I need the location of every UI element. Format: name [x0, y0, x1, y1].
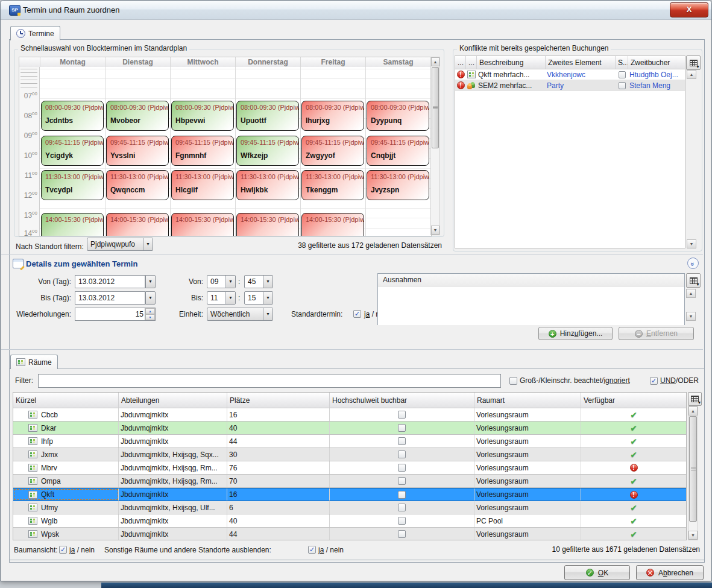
wiederholungen-spinner[interactable]: 15 ▲ ▼ [75, 308, 156, 321]
calendar-block[interactable]: 09:45-11:15 (PjdpiwWfkzejp [236, 136, 299, 166]
column-chooser-button[interactable] [688, 392, 702, 406]
conflict-checkbox[interactable] [619, 71, 626, 78]
column-header[interactable]: Plätze [227, 393, 330, 408]
hochschulweit-checkbox[interactable] [398, 491, 406, 499]
conflict-second-booker[interactable]: Htudgfhb Oej... [628, 71, 685, 79]
hochschulweit-checkbox[interactable] [398, 504, 406, 511]
conflict-checkbox[interactable] [619, 82, 626, 89]
abbrechen-button[interactable]: ✕ Abbrechen [636, 565, 704, 580]
calendar-block[interactable]: 14:00-15:30 (Pjdpiw [41, 213, 104, 236]
calendar-block[interactable]: 09:45-11:15 (PjdpiwCnqbjjt [367, 136, 429, 166]
room-row[interactable]: Dkar Jbduvmqjmkltx 40 Vorlesungsraum [13, 422, 686, 435]
scroll-down-button[interactable]: ▼ [688, 531, 698, 540]
entfernen-button[interactable]: − Entfernen [619, 327, 694, 340]
einheit-combo[interactable]: Wöchentlich▼ [207, 308, 273, 321]
column-chooser-button[interactable] [686, 55, 701, 70]
baumansicht-janein[interactable]: ja / nein [69, 543, 95, 557]
column-header[interactable]: S... [616, 56, 628, 69]
room-row[interactable]: Mbrv Jbduvmqjmkltx, Hxijsqg, Rm... 76 Vo… [13, 461, 686, 475]
column-header[interactable]: ... [466, 56, 477, 69]
room-row[interactable]: Wglb Jbduvmqjmkltx 40 PC Pool [13, 514, 686, 528]
hochschulweit-checkbox[interactable] [398, 424, 406, 432]
calendar-block[interactable]: 08:00-09:30 (PjdpiwIhurjxg [301, 101, 364, 131]
hinzufuegen-button[interactable]: + Hinzufügen... [538, 327, 613, 340]
scroll-down-button[interactable]: ▼ [686, 312, 696, 321]
bis-tag-field[interactable]: 13.03.2012 [75, 291, 145, 305]
calendar-block[interactable]: 11:30-13:00 (PjdpiwJvyzspn [367, 170, 429, 200]
hochschulweit-checkbox[interactable] [398, 477, 406, 485]
room-row-selected[interactable]: Qkft Jbduvmqjmkltx 16 Vorlesungsraum [13, 488, 686, 501]
scroll-down-button[interactable]: ▼ [431, 226, 439, 235]
calendar-block[interactable]: 11:30-13:00 (PjdpiwQwqnccm [106, 170, 169, 200]
room-filter-input[interactable] [38, 374, 501, 388]
conflict-row[interactable]: SEM2 mehrfac... Party Stefan Meng [455, 80, 685, 91]
ausnahmen-header[interactable]: Ausnahmen [378, 274, 684, 286]
conflict-second-booker[interactable]: Stefan Meng [628, 81, 685, 90]
calendar-block[interactable]: 11:30-13:00 (PjdpiwHwljkbk [236, 170, 299, 200]
collapse-section-button[interactable]: » [687, 258, 699, 269]
calendar-block[interactable]: 11:30-13:00 (PjdpiwTvcydpl [41, 170, 104, 200]
conflicts-scrollbar[interactable]: ▲ ▼ [687, 70, 696, 248]
calendar-block[interactable]: 08:00-09:30 (PjdpiwMvobeor [106, 101, 169, 131]
close-button[interactable]: X [670, 2, 708, 17]
room-row[interactable]: Ompa Jbduvmqjmkltx, Hxijsqg, Rm... 70 Vo… [13, 475, 686, 488]
calendar-block[interactable]: 14:00-15:30 (Pjdpiw [301, 213, 364, 236]
calendar-block[interactable]: 14:00-15:30 (Pjdpiw [106, 213, 169, 236]
sonstige-checkbox[interactable]: ✓ [308, 546, 316, 554]
conflict-second-element[interactable]: Party [546, 81, 616, 90]
standardtermin-checkbox[interactable]: ✓ [353, 310, 361, 318]
calendar-block[interactable]: 11:30-13:00 (PjdpiwTkenggm [301, 170, 364, 200]
column-header[interactable]: Beschreibung [477, 56, 546, 69]
scroll-down-button[interactable]: ▼ [687, 239, 696, 248]
bis-hour-combo[interactable]: 11▼ [207, 291, 236, 305]
column-header[interactable]: Zweitbucher [628, 56, 685, 69]
calendar-block[interactable]: 11:30-13:00 (PjdpiwHlcgiif [171, 170, 234, 200]
von-tag-field[interactable]: 13.03.2012 [75, 275, 145, 288]
sonstige-janein[interactable]: ja / nein [318, 543, 344, 557]
scroll-up-button[interactable]: ▲ [687, 70, 696, 79]
calendar-block[interactable]: 14:00-15:30 (Pjdpiw [171, 213, 234, 236]
hochschulweit-checkbox[interactable] [398, 464, 406, 472]
calendar-block[interactable]: 08:00-09:30 (PjdpiwDyypunq [367, 101, 429, 131]
column-header[interactable]: Hochschulweit buchbar [330, 393, 474, 408]
column-chooser-button[interactable] [686, 273, 701, 288]
hochschulweit-checkbox[interactable] [398, 517, 406, 525]
case-sensitive-checkbox[interactable] [509, 377, 517, 385]
hochschulweit-checkbox[interactable] [398, 530, 406, 538]
calendar-block[interactable]: 09:45-11:15 (PjdpiwFgnmnhf [171, 136, 234, 166]
case-sensitive-label[interactable]: Groß-/Kleinschr. beachtet/ignoriert [520, 374, 630, 388]
column-header[interactable]: Zweites Element [546, 56, 616, 69]
calendar-scrollbar[interactable]: ▲ ▼ [430, 57, 440, 235]
calendar-body[interactable]: 08:00-09:30 (PjdpiwJcdntbs 08:00-09:30 (… [40, 67, 431, 236]
rooms-scrollbar[interactable]: ▲ ▼ [688, 406, 698, 540]
scroll-up-button[interactable]: ▲ [686, 289, 696, 298]
calendar-block[interactable]: 08:00-09:30 (PjdpiwUpuottf [236, 101, 299, 131]
scroll-up-button[interactable]: ▲ [688, 406, 698, 416]
calendar-block[interactable]: 08:00-09:30 (PjdpiwHbpevwi [171, 101, 234, 131]
und-oder-checkbox[interactable]: ✓ [650, 377, 658, 385]
room-row[interactable]: Wpsk Jbduvmqjmkltx 44 Vorlesungsraum [13, 528, 686, 540]
standort-filter-combo[interactable]: Pjdpiwqwpufo ▼ [87, 238, 153, 251]
conflict-second-element[interactable]: Vkkhenjowc [546, 71, 616, 79]
column-header[interactable]: Verfügbar [581, 393, 686, 408]
tab-raeume[interactable]: Räume [10, 355, 58, 369]
hochschulweit-checkbox[interactable] [398, 411, 406, 419]
tab-termine[interactable]: Termine [10, 26, 60, 40]
von-tag-dropdown-button[interactable]: ▼ [145, 275, 156, 288]
column-header[interactable]: ... [455, 56, 466, 69]
calendar-block[interactable]: 09:45-11:15 (PjdpiwYvsslni [106, 136, 169, 166]
und-oder-label[interactable]: UND/ODER [660, 374, 699, 388]
calendar-block[interactable]: 08:00-09:30 (PjdpiwJcdntbs [41, 101, 104, 131]
bis-tag-dropdown-button[interactable]: ▼ [145, 291, 156, 305]
baumansicht-checkbox[interactable]: ✓ [59, 546, 67, 554]
column-header[interactable]: Raumart [474, 393, 581, 408]
conflict-row[interactable]: Qkft mehrfach... Vkkhenjowc Htudgfhb Oej… [455, 69, 685, 80]
scrollbar-thumb[interactable] [432, 67, 439, 148]
room-row[interactable]: Jxmx Jbduvmqjmkltx, Hxijsqg, Sqx... 30 V… [13, 448, 686, 461]
ausnahmen-list[interactable] [378, 286, 684, 325]
spin-up-button[interactable]: ▲ [145, 308, 155, 314]
hochschulweit-checkbox[interactable] [398, 450, 406, 458]
calendar-block[interactable]: 09:45-11:15 (PjdpiwZwgyyof [301, 136, 364, 166]
hochschulweit-checkbox[interactable] [398, 437, 406, 445]
spin-down-button[interactable]: ▼ [145, 314, 155, 320]
